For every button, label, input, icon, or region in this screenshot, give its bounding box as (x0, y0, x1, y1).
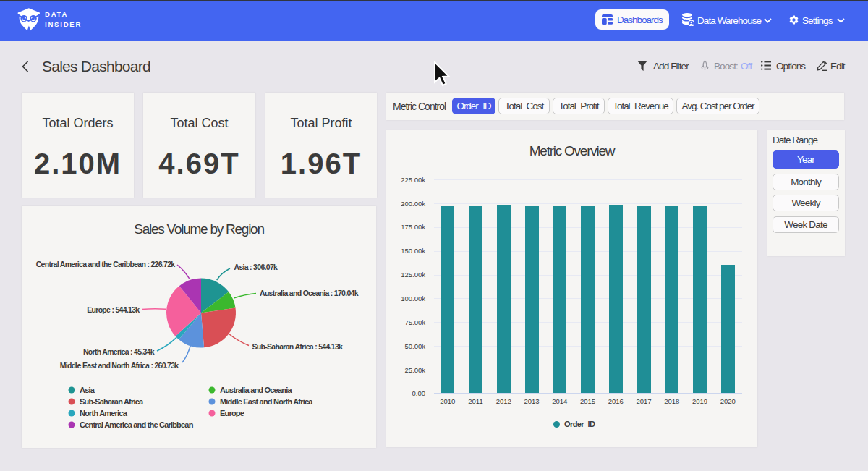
svg-text:Central America and the Caribb: Central America and the Caribbean (80, 420, 194, 429)
svg-text:North America: North America (80, 409, 128, 417)
svg-text:Sub-Saharan Africa : 544.13k: Sub-Saharan Africa : 544.13k (252, 342, 344, 351)
svg-text:Australia and Oceania: Australia and Oceania (220, 386, 292, 394)
svg-text:Asia: Asia (80, 386, 95, 394)
svg-text:Asia : 306.07k: Asia : 306.07k (234, 263, 278, 271)
svg-text:Australia and Oceania : 170.04: Australia and Oceania : 170.04k (260, 289, 359, 297)
svg-text:Middle East and North Africa: Middle East and North Africa (220, 397, 313, 406)
svg-text:Europe : 544.13k: Europe : 544.13k (87, 305, 140, 314)
svg-text:Europe: Europe (220, 409, 244, 417)
svg-text:Sub-Saharan Africa: Sub-Saharan Africa (80, 397, 144, 406)
svg-text:North America : 45.34k: North America : 45.34k (83, 347, 155, 356)
svg-text:Middle East and North Africa :: Middle East and North Africa : 260.73k (60, 361, 179, 370)
svg-text:Central America and the Caribb: Central America and the Caribbean : 226.… (36, 260, 176, 268)
